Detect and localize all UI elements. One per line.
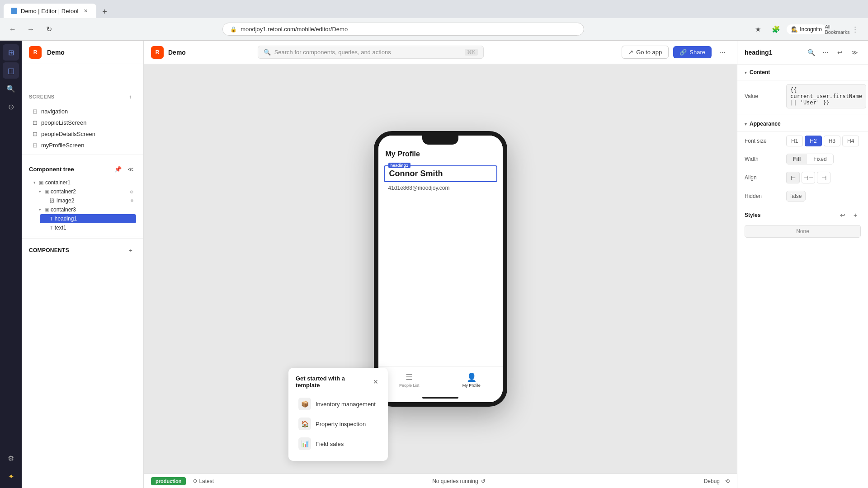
right-panel-title: heading1 xyxy=(745,49,772,56)
browser-menu-button[interactable]: ⋮ xyxy=(848,22,863,37)
toggle-chevron-icon: ▾ xyxy=(745,70,747,75)
history-icon[interactable]: ⟲ xyxy=(725,478,730,484)
screens-section: SCREENS + ⊡ navigation ⊡ peopleListScree… xyxy=(22,64,143,155)
toggle-spacer xyxy=(42,198,48,203)
incognito-badge: 🕵 Incognito xyxy=(787,24,826,34)
go-to-app-button[interactable]: ↗ Go to app xyxy=(622,46,669,59)
tree-item-container3[interactable]: ▾ ▣ container3 xyxy=(34,205,136,214)
popup-item-property[interactable]: 🏠 Property inspection xyxy=(296,414,381,434)
tree-item-label: container3 xyxy=(51,206,76,213)
reset-panel-button[interactable]: ↩ xyxy=(834,46,846,59)
appearance-section-toggle[interactable]: ▾ Appearance xyxy=(737,116,868,132)
popup-title: Get started with a template xyxy=(296,375,371,389)
tree-item-heading1[interactable]: T heading1 xyxy=(40,214,136,223)
popup-item-icon: 🏠 xyxy=(298,418,311,430)
app-logo: R xyxy=(29,46,42,59)
toggle-spacer xyxy=(42,216,48,221)
align-left-button[interactable]: ⊢ xyxy=(786,172,800,183)
component-tree-section: Component tree 📌 ≪ ▾ ▣ container1 ▾ ▣ co… xyxy=(22,159,143,236)
extension-button[interactable]: 🧩 xyxy=(769,22,783,37)
collapse-tree-button[interactable]: ≪ xyxy=(125,164,136,174)
screen-item-peoplelist[interactable]: ⊡ peopleListScreen xyxy=(29,117,136,128)
container-icon: ▣ xyxy=(44,189,49,195)
debug-button[interactable]: Debug xyxy=(704,478,720,484)
font-size-field-row: Font size H1 H2 H3 H4 xyxy=(737,132,868,150)
align-center-button[interactable]: ⊣⊢ xyxy=(802,172,815,183)
font-size-h2[interactable]: H2 xyxy=(805,136,821,146)
sidebar-icon-data[interactable]: ⊙ xyxy=(3,99,19,115)
tree-item-container1[interactable]: ▾ ▣ container1 xyxy=(29,178,136,187)
screen-name: peopleDetailsScreen xyxy=(41,131,95,137)
text-icon: T xyxy=(50,225,53,230)
tree-item-text1[interactable]: T text1 xyxy=(40,223,136,232)
screen-item-myprofile[interactable]: ⊡ myProfileScreen xyxy=(29,140,136,151)
add-style-button[interactable]: + xyxy=(850,210,861,221)
tree-item-container2[interactable]: ▾ ▣ container2 👁 ⊘ xyxy=(34,187,136,196)
screen-item-peopledetails[interactable]: ⊡ peopleDetailsScreen xyxy=(29,128,136,140)
search-panel-button[interactable]: 🔍 xyxy=(805,46,817,59)
production-badge[interactable]: production xyxy=(151,477,186,485)
screen-icon: ⊡ xyxy=(33,119,38,126)
sidebar-icon-search[interactable]: 🔍 xyxy=(3,80,19,97)
dot-indicator xyxy=(131,199,133,202)
main-canvas: R Demo 🔍 Search for components, queries,… xyxy=(144,41,737,488)
search-icon: 🔍 xyxy=(264,49,271,56)
sidebar-icon-layers[interactable]: ◫ xyxy=(3,62,19,79)
heading-text: Connor Smith xyxy=(389,169,443,178)
tree-item-label: text1 xyxy=(55,225,66,231)
screen-item-navigation[interactable]: ⊡ navigation xyxy=(29,106,136,117)
search-bar[interactable]: 🔍 Search for components, queries, and ac… xyxy=(258,46,484,59)
reload-button[interactable]: ↻ xyxy=(42,22,56,37)
width-fixed-button[interactable]: Fixed xyxy=(807,154,833,164)
pin-tree-button[interactable]: 📌 xyxy=(113,164,123,174)
refresh-styles-button[interactable]: ↩ xyxy=(837,210,848,221)
font-size-h3[interactable]: H3 xyxy=(824,136,840,146)
popup-item-inventory[interactable]: 📦 Inventory management xyxy=(296,394,381,414)
add-screen-button[interactable]: + xyxy=(125,91,136,102)
heading-label-badge: heading1 xyxy=(388,163,411,168)
value-label: Value xyxy=(745,93,781,99)
value-code-field[interactable]: {{ current_user.firstName || 'User' }} xyxy=(786,84,866,108)
font-size-h4[interactable]: H4 xyxy=(842,136,859,146)
popup-item-label: Property inspection xyxy=(316,421,366,427)
tree-item-label: image2 xyxy=(57,197,74,204)
hidden-value[interactable]: false xyxy=(786,191,806,202)
sidebar-icon-star[interactable]: ✦ xyxy=(3,468,19,484)
phone-app-header: My Profile xyxy=(378,146,503,162)
latest-tag[interactable]: ⊙ Latest xyxy=(193,478,214,484)
phone-home-indicator xyxy=(378,393,503,402)
all-bookmarks-button[interactable]: All Bookmarks xyxy=(830,22,844,37)
sidebar-icon-home[interactable]: ⊞ xyxy=(3,44,19,61)
sidebar-icon-settings[interactable]: ⚙ xyxy=(3,450,19,466)
font-size-options: H1 H2 H3 H4 xyxy=(786,136,859,146)
heading-box[interactable]: heading1 Connor Smith xyxy=(384,165,497,182)
phone-mockup: My Profile heading1 Connor Smith 41d1e86… xyxy=(374,131,507,407)
share-button[interactable]: 🔗 Share xyxy=(673,46,712,58)
address-bar[interactable]: 🔒 moodjoy1.retool.com/mobile/editor/Demo xyxy=(222,23,584,36)
phone-nav-my-profile[interactable]: 👤 My Profile xyxy=(440,369,503,391)
more-options-button[interactable]: ⋯ xyxy=(716,46,730,59)
content-section-toggle[interactable]: ▾ Content xyxy=(737,65,868,80)
tree-item-image2[interactable]: 🖼 image2 xyxy=(40,196,136,205)
new-tab-button[interactable]: + xyxy=(98,5,111,18)
popup-close-button[interactable]: ✕ xyxy=(371,377,381,387)
align-right-button[interactable]: ⊣ xyxy=(817,172,830,183)
back-button[interactable]: ← xyxy=(5,22,20,37)
screen-icon: ⊡ xyxy=(33,142,38,149)
popup-item-field[interactable]: 📊 Field sales xyxy=(296,434,381,454)
toggle-icon: ▾ xyxy=(37,189,42,194)
nav-icon: ☰ xyxy=(406,372,413,382)
bookmark-button[interactable]: ★ xyxy=(750,22,765,37)
expand-panel-button[interactable]: ≫ xyxy=(848,46,861,59)
phone-notch xyxy=(422,136,458,145)
tab-close-button[interactable]: ✕ xyxy=(82,7,89,14)
browser-tab[interactable]: Demo | Editor | Retool ✕ xyxy=(4,4,96,18)
add-component-button[interactable]: + xyxy=(125,245,136,256)
more-panel-button[interactable]: ⋯ xyxy=(819,46,832,59)
align-field-row: Align ⊢ ⊣⊢ ⊣ xyxy=(737,168,868,187)
image-icon: 🖼 xyxy=(50,198,55,203)
font-size-h1[interactable]: H1 xyxy=(786,136,803,146)
forward-button[interactable]: → xyxy=(24,22,38,37)
width-fill-button[interactable]: Fill xyxy=(787,154,807,164)
search-shortcut: ⌘K xyxy=(465,49,477,56)
